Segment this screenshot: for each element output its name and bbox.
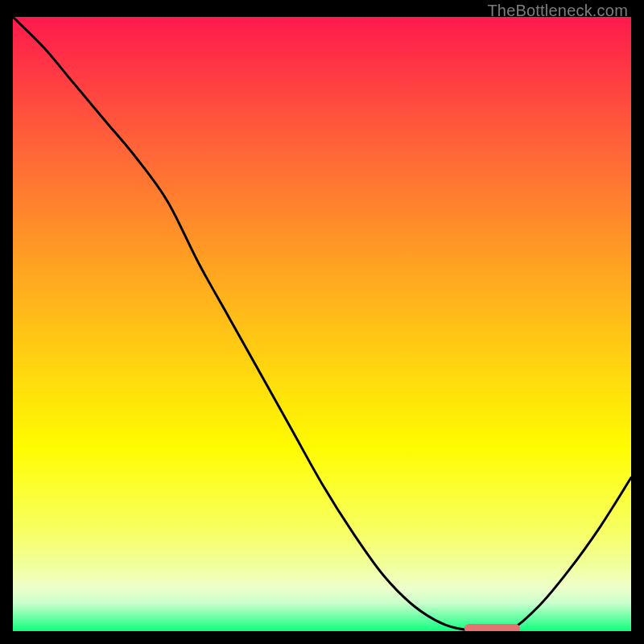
plot-area <box>13 17 631 631</box>
chart-frame: TheBottleneck.com <box>0 0 644 644</box>
curve-path <box>13 17 631 631</box>
optimum-marker <box>464 624 520 631</box>
watermark-text: TheBottleneck.com <box>487 2 628 20</box>
bottleneck-curve <box>13 17 631 631</box>
